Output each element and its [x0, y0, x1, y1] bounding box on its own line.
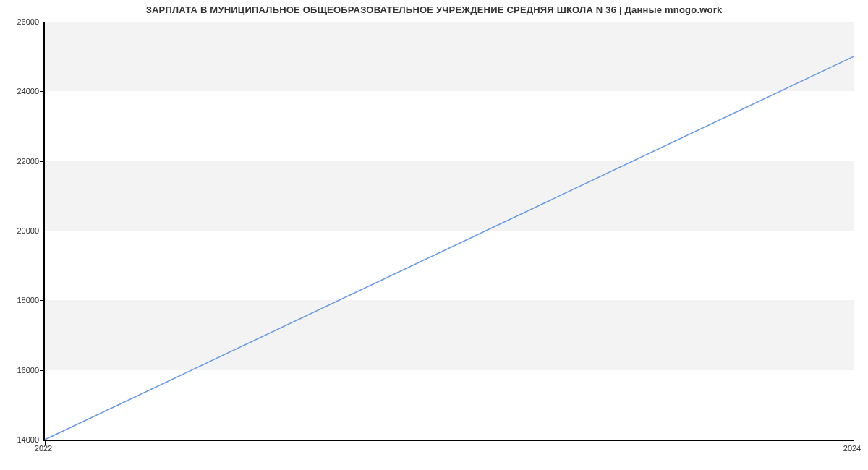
y-tick [40, 300, 45, 301]
line-series [45, 22, 854, 440]
plot-area [43, 22, 854, 441]
chart-title: ЗАРПЛАТА В МУНИЦИПАЛЬНОЕ ОБЩЕОБРАЗОВАТЕЛ… [0, 4, 868, 15]
y-tick-label: 20000 [3, 226, 39, 235]
y-tick-label: 24000 [3, 87, 39, 95]
x-tick-label: 2024 [843, 444, 861, 453]
chart-container: ЗАРПЛАТА В МУНИЦИПАЛЬНОЕ ОБЩЕОБРАЗОВАТЕЛ… [0, 0, 868, 470]
y-tick-label: 16000 [3, 366, 39, 375]
y-tick-label: 18000 [3, 296, 39, 304]
y-tick-label: 14000 [3, 435, 39, 444]
y-tick [40, 440, 45, 440]
y-tick-label: 26000 [3, 17, 39, 26]
y-tick [40, 22, 45, 22]
y-tick-label: 22000 [3, 157, 39, 166]
y-tick [40, 370, 45, 371]
y-tick [40, 231, 45, 231]
x-tick-label: 2022 [35, 444, 52, 453]
y-tick [40, 91, 45, 92]
y-tick [40, 161, 45, 162]
